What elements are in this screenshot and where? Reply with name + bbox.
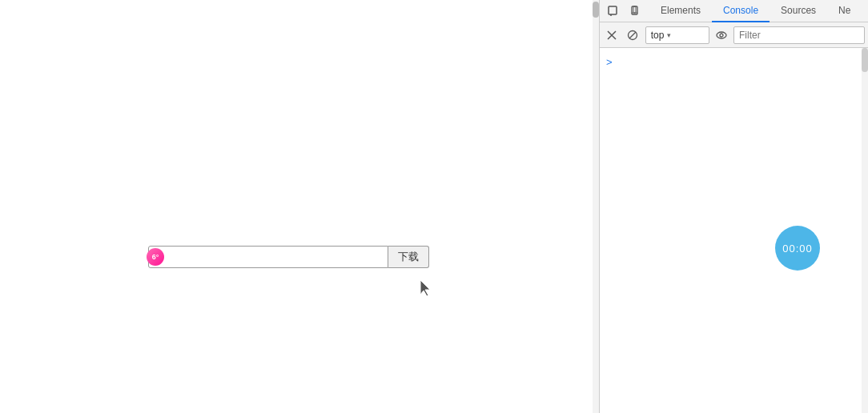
- svg-point-9: [720, 34, 723, 37]
- clear-console-btn[interactable]: [603, 26, 621, 45]
- badge-text: 6°: [152, 253, 159, 261]
- context-value: top: [651, 30, 665, 41]
- browser-content: 6° 下载: [0, 0, 599, 413]
- devtools-toolbar2: top ▾: [600, 22, 868, 48]
- devtools-console: > 00:00: [600, 48, 868, 413]
- timer-display: 00:00: [782, 243, 813, 255]
- input-wrapper: 6°: [148, 246, 388, 268]
- filter-input[interactable]: [733, 26, 865, 44]
- devtools-scrollbar[interactable]: [862, 48, 868, 413]
- svg-rect-0: [609, 6, 617, 14]
- inspect-icon-btn[interactable]: [603, 2, 624, 21]
- device-toolbar-btn[interactable]: [625, 2, 646, 21]
- devtools-toolbar: Elements Console Sources Ne: [600, 0, 868, 22]
- console-prompt: >: [606, 56, 613, 68]
- devtools-icons-left: [600, 2, 649, 21]
- tab-console[interactable]: Console: [712, 0, 770, 22]
- tab-elements[interactable]: Elements: [649, 0, 712, 22]
- svg-point-8: [717, 32, 726, 38]
- tab-sources[interactable]: Sources: [770, 0, 827, 22]
- svg-line-7: [629, 32, 636, 38]
- context-dropdown-arrow: ▾: [667, 31, 671, 39]
- devtools-tabs: Elements Console Sources Ne: [649, 0, 862, 22]
- main-scrollbar[interactable]: [593, 0, 599, 413]
- url-input[interactable]: [148, 246, 388, 268]
- svg-rect-4: [633, 6, 636, 13]
- ban-btn[interactable]: [624, 26, 641, 45]
- download-button[interactable]: 下载: [388, 246, 429, 268]
- main-scrollbar-thumb: [593, 2, 599, 18]
- context-selector[interactable]: top ▾: [645, 26, 709, 44]
- input-badge: 6°: [147, 248, 164, 266]
- eye-btn[interactable]: [713, 26, 730, 45]
- cursor: [420, 280, 433, 296]
- tab-network[interactable]: Ne: [827, 0, 862, 22]
- input-area: 6° 下载: [148, 246, 429, 268]
- timer-circle: 00:00: [775, 226, 820, 271]
- devtools-scrollbar-thumb: [862, 48, 868, 72]
- devtools-panel: Elements Console Sources Ne: [599, 0, 868, 413]
